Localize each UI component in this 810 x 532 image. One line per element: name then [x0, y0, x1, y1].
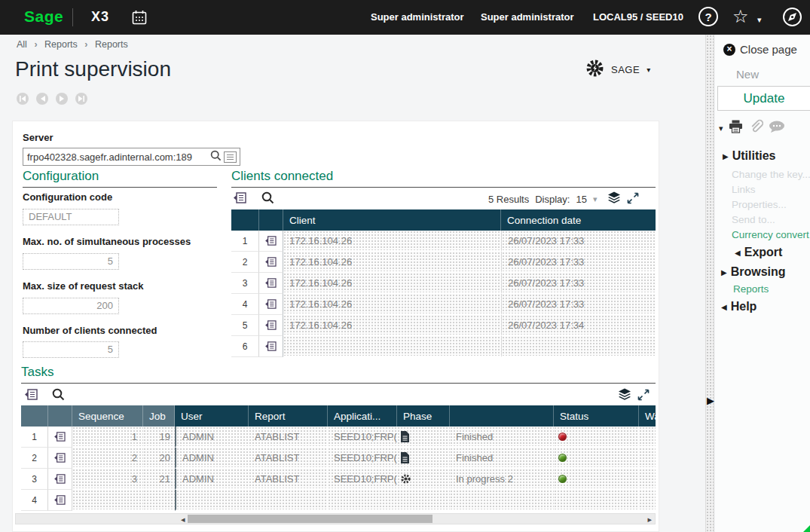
calendar-icon[interactable] [132, 10, 147, 28]
table-row[interactable]: 6 [231, 336, 656, 357]
application-cell[interactable]: SEED10;FRP( [328, 448, 397, 469]
header-wait[interactable]: Wait [639, 405, 656, 427]
table-row[interactable]: 3 3 21 ADMIN ATABLIST SEED10;FRP( In pro… [21, 469, 656, 490]
date-cell[interactable]: 26/07/2023 17:34 [501, 315, 656, 336]
scroll-right-icon[interactable]: ▸ [647, 514, 652, 524]
table-row[interactable]: 1 172.16.104.26 26/07/2023 17:33 [231, 231, 656, 252]
status-cell[interactable] [554, 469, 639, 490]
application-cell[interactable]: SEED10;FRP( [328, 469, 397, 490]
expand-icon[interactable] [637, 389, 650, 403]
header-user[interactable]: User [175, 405, 249, 427]
breadcrumb-reports[interactable]: Reports [44, 39, 78, 50]
gear-icon[interactable] [585, 59, 604, 81]
date-cell[interactable] [501, 336, 656, 357]
table-options-icon[interactable] [234, 192, 246, 206]
help-icon[interactable]: ? [698, 7, 718, 26]
record-detail-icon[interactable] [259, 315, 283, 336]
layers-icon[interactable] [607, 191, 621, 206]
menu-item-reports[interactable]: Reports [733, 283, 769, 295]
sequence-cell[interactable]: 2 [72, 448, 143, 469]
record-detail-icon[interactable] [48, 490, 72, 511]
report-cell[interactable]: ATABLIST [249, 427, 328, 448]
wait-cell[interactable] [639, 427, 656, 448]
report-cell[interactable]: ATABLIST [249, 469, 328, 490]
display-caret-icon[interactable]: ▾ [593, 194, 598, 204]
header-phase[interactable]: Phase [397, 405, 450, 427]
report-cell[interactable]: ATABLIST [249, 448, 328, 469]
user-cell[interactable] [175, 490, 249, 511]
last-record-button[interactable] [75, 93, 87, 105]
breadcrumb-all[interactable]: All [17, 39, 27, 50]
job-cell[interactable] [143, 490, 175, 511]
printer-icon[interactable] [729, 120, 743, 136]
application-cell[interactable] [328, 490, 397, 511]
update-button[interactable]: Update [717, 86, 810, 111]
header-application[interactable]: Applicati... [328, 405, 397, 427]
wait-cell[interactable] [639, 490, 656, 511]
search-icon[interactable] [210, 150, 222, 164]
table-row[interactable]: 2 172.16.104.26 26/07/2023 17:33 [231, 252, 656, 273]
client-cell[interactable]: 172.16.104.26 [283, 252, 501, 273]
user-role[interactable]: Super administrator [481, 11, 574, 23]
navigation-compass-icon[interactable] [782, 7, 802, 30]
record-detail-icon[interactable] [259, 252, 283, 273]
table-options-icon[interactable] [25, 389, 38, 403]
status-cell[interactable] [554, 490, 639, 511]
status-cell[interactable] [554, 448, 639, 469]
record-detail-icon[interactable] [259, 273, 283, 294]
utilities-section-header[interactable]: ▶Utilities [723, 149, 776, 163]
help-section-header[interactable]: ◀Help [721, 300, 757, 313]
table-row[interactable]: 2 2 20 ADMIN ATABLIST SEED10;FRP( Finish… [21, 448, 656, 469]
first-record-button[interactable] [17, 93, 29, 105]
server-input[interactable]: frpo402328.sagefr.adinternal.com:189 [23, 148, 240, 166]
application-cell[interactable]: SEED10;FRP( [328, 427, 397, 448]
expand-icon[interactable] [627, 192, 639, 206]
document-icon[interactable] [397, 427, 450, 448]
header-description[interactable] [450, 405, 554, 427]
gear-icon[interactable] [397, 469, 450, 490]
client-cell[interactable]: 172.16.104.26 [283, 231, 501, 252]
endpoint-selector[interactable]: LOCAL95 / SEED10 [593, 11, 683, 23]
phase-description-cell[interactable] [450, 490, 554, 511]
client-cell[interactable]: 172.16.104.26 [283, 294, 501, 315]
export-section-header[interactable]: ◀Export [735, 246, 782, 259]
scroll-left-icon[interactable]: ◂ [181, 514, 185, 524]
date-cell[interactable]: 26/07/2023 17:33 [501, 231, 656, 252]
display-value[interactable]: 15 [576, 194, 586, 205]
record-detail-icon[interactable] [48, 427, 72, 448]
search-icon[interactable] [52, 388, 65, 404]
record-detail-icon[interactable] [48, 448, 72, 469]
next-record-button[interactable] [56, 93, 68, 105]
comment-icon[interactable] [769, 121, 785, 136]
job-cell[interactable]: 21 [143, 469, 175, 490]
status-cell[interactable] [554, 427, 639, 448]
configuration-code-field[interactable]: DEFAULT [23, 209, 119, 225]
table-row[interactable]: 4 172.16.104.26 26/07/2023 17:33 [231, 294, 656, 315]
job-cell[interactable]: 19 [143, 427, 175, 448]
browsing-section-header[interactable]: ▶Browsing [721, 265, 786, 279]
header-client[interactable]: Client [283, 209, 501, 231]
record-detail-icon[interactable] [259, 336, 283, 357]
user-cell[interactable]: ADMIN [175, 427, 249, 448]
header-sequence[interactable]: Sequence [72, 405, 143, 427]
sequence-cell[interactable] [72, 490, 143, 511]
max-processes-field[interactable]: 5 [23, 253, 119, 270]
server-value[interactable]: frpo402328.sagefr.adinternal.com:189 [23, 151, 210, 163]
horizontal-scrollbar[interactable]: ◂ ▸ [15, 513, 656, 524]
max-request-stack-field[interactable]: 200 [23, 298, 119, 314]
sage-logo[interactable]: Sage [24, 8, 63, 26]
sequence-cell[interactable]: 1 [72, 427, 143, 448]
header-connection-date[interactable]: Connection date [501, 209, 656, 231]
selection-list-icon[interactable] [224, 151, 237, 163]
client-cell[interactable]: 172.16.104.26 [283, 315, 501, 336]
phase-description-cell[interactable]: In progress 2 [450, 469, 554, 490]
previous-record-button[interactable] [36, 93, 48, 105]
layers-icon[interactable] [618, 388, 631, 403]
date-cell[interactable]: 26/07/2023 17:33 [501, 252, 656, 273]
breadcrumb-reports-2[interactable]: Reports [95, 39, 128, 50]
header-report[interactable]: Report [249, 405, 328, 427]
user-cell[interactable]: ADMIN [175, 469, 249, 490]
record-detail-icon[interactable] [259, 231, 283, 252]
table-row[interactable]: 1 1 19 ADMIN ATABLIST SEED10;FRP( Finish… [21, 427, 656, 448]
menu-item-currency-convert[interactable]: Currency convert... [732, 229, 810, 240]
